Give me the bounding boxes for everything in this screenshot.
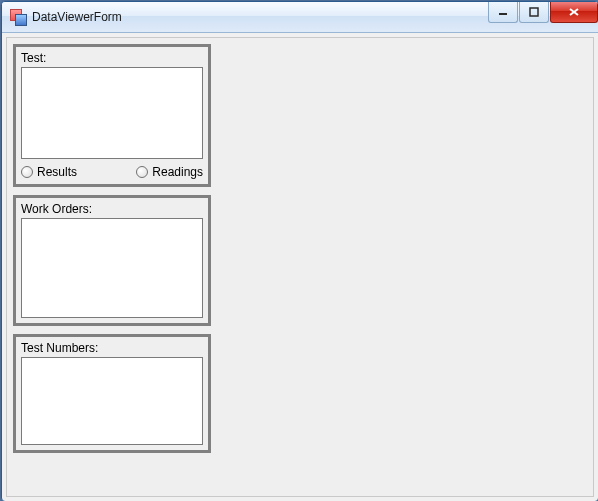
minimize-button[interactable] bbox=[488, 2, 518, 23]
test-groupbox: Test: Results Readings bbox=[13, 44, 211, 187]
maximize-button[interactable] bbox=[519, 2, 549, 23]
maximize-icon bbox=[529, 7, 539, 17]
left-panel: Test: Results Readings Work Orders: bbox=[13, 44, 211, 490]
window-buttons bbox=[487, 2, 598, 22]
view-mode-radio-group: Results Readings bbox=[21, 165, 203, 179]
client-area: Test: Results Readings Work Orders: bbox=[6, 37, 594, 497]
close-icon bbox=[568, 7, 580, 17]
work-orders-label: Work Orders: bbox=[21, 202, 203, 216]
close-button[interactable] bbox=[550, 2, 598, 23]
test-numbers-label: Test Numbers: bbox=[21, 341, 203, 355]
work-orders-listbox[interactable] bbox=[21, 218, 203, 318]
test-listbox[interactable] bbox=[21, 67, 203, 159]
titlebar[interactable]: DataViewerForm bbox=[2, 2, 598, 33]
test-label: Test: bbox=[21, 51, 203, 65]
work-orders-groupbox: Work Orders: bbox=[13, 195, 211, 326]
app-window: DataViewerForm Test: bbox=[1, 1, 598, 501]
test-numbers-groupbox: Test Numbers: bbox=[13, 334, 211, 453]
results-radio-label: Results bbox=[37, 165, 77, 179]
window-title: DataViewerForm bbox=[32, 10, 122, 24]
test-numbers-listbox[interactable] bbox=[21, 357, 203, 445]
svg-rect-1 bbox=[530, 8, 538, 16]
radio-icon bbox=[21, 166, 33, 178]
svg-rect-0 bbox=[499, 13, 507, 15]
minimize-icon bbox=[498, 7, 508, 17]
app-icon bbox=[10, 9, 26, 25]
results-radio-option[interactable]: Results bbox=[21, 165, 77, 179]
readings-radio-label: Readings bbox=[152, 165, 203, 179]
radio-icon bbox=[136, 166, 148, 178]
readings-radio-option[interactable]: Readings bbox=[136, 165, 203, 179]
